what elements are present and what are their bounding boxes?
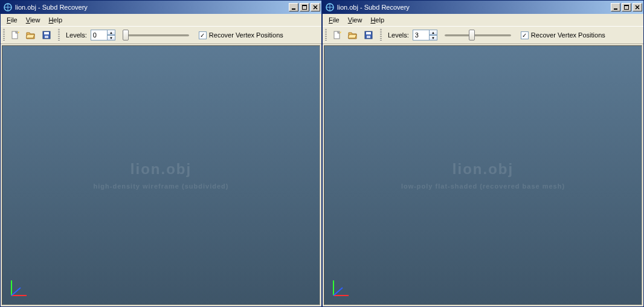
axis-gizmo-icon — [330, 274, 355, 299]
recover-checkbox[interactable]: ✓ Recover Vertex Positions — [199, 31, 283, 39]
menu-help[interactable]: Help — [45, 15, 66, 25]
levels-input[interactable] — [91, 30, 108, 40]
window-title: lion.obj - Subd Recovery — [337, 4, 611, 11]
svg-rect-5 — [302, 5, 307, 6]
menu-bar: File View Help — [1, 14, 321, 26]
svg-rect-23 — [366, 32, 371, 34]
close-button[interactable] — [311, 3, 320, 11]
svg-line-27 — [333, 288, 343, 296]
svg-rect-3 — [292, 8, 295, 10]
toolbar: Levels: ▲ ▼ ✓ Recover Vertex Positions — [323, 26, 643, 44]
save-file-button[interactable] — [40, 28, 53, 42]
menu-help[interactable]: Help — [367, 15, 388, 25]
model-placeholder: lion.obj high-density wireframe (subdivi… — [2, 46, 320, 305]
svg-rect-10 — [45, 36, 48, 38]
minimize-button[interactable] — [289, 3, 298, 11]
toolbar-grip — [380, 29, 382, 41]
title-bar: lion.obj - Subd Recovery — [1, 1, 321, 14]
app-icon — [325, 2, 335, 12]
levels-up-button[interactable]: ▲ — [107, 30, 115, 35]
window-title: lion.obj - Subd Recovery — [15, 4, 289, 11]
levels-down-button[interactable]: ▼ — [107, 35, 115, 40]
svg-rect-9 — [44, 32, 49, 34]
save-file-button[interactable] — [362, 28, 375, 42]
app-window-right: lion.obj - Subd Recovery File View Help — [322, 0, 644, 307]
menu-file[interactable]: File — [3, 15, 21, 25]
app-window-left: lion.obj - Subd Recovery File View Help — [0, 0, 322, 307]
levels-spinner[interactable]: ▲ ▼ — [91, 30, 115, 40]
model-placeholder: lion.obj low-poly flat-shaded (recovered… — [324, 46, 642, 305]
checkbox-mark-icon: ✓ — [521, 31, 529, 39]
svg-rect-24 — [367, 36, 370, 38]
viewport-3d[interactable]: lion.obj high-density wireframe (subdivi… — [2, 45, 320, 305]
recover-checkbox[interactable]: ✓ Recover Vertex Positions — [521, 31, 605, 39]
menu-file[interactable]: File — [325, 15, 343, 25]
close-button[interactable] — [633, 3, 642, 11]
levels-up-button[interactable]: ▲ — [429, 30, 437, 35]
levels-spinner[interactable]: ▲ ▼ — [413, 30, 437, 40]
new-file-button[interactable] — [8, 28, 22, 42]
slider-thumb[interactable] — [123, 30, 129, 40]
recover-label: Recover Vertex Positions — [531, 31, 605, 39]
new-file-button[interactable] — [330, 28, 344, 42]
title-bar: lion.obj - Subd Recovery — [323, 1, 643, 14]
open-file-button[interactable] — [24, 28, 37, 42]
checkbox-mark-icon: ✓ — [199, 31, 207, 39]
levels-label: Levels: — [385, 31, 410, 39]
svg-line-13 — [11, 288, 21, 296]
open-file-button[interactable] — [346, 28, 359, 42]
levels-input[interactable] — [413, 30, 430, 40]
window-controls — [289, 3, 320, 11]
viewport-3d[interactable]: lion.obj low-poly flat-shaded (recovered… — [324, 45, 642, 305]
svg-rect-19 — [624, 5, 629, 6]
toolbar-grip — [325, 29, 327, 41]
levels-down-button[interactable]: ▼ — [429, 35, 437, 40]
toolbar-grip — [3, 29, 5, 41]
levels-slider[interactable] — [123, 29, 189, 41]
axis-gizmo-icon — [8, 274, 33, 299]
maximize-button[interactable] — [622, 3, 631, 11]
menu-bar: File View Help — [323, 14, 643, 26]
window-controls — [611, 3, 642, 11]
svg-rect-17 — [614, 8, 617, 10]
menu-view[interactable]: View — [22, 15, 44, 25]
maximize-button[interactable] — [300, 3, 309, 11]
levels-label: Levels: — [63, 31, 88, 39]
app-icon — [3, 2, 13, 12]
slider-thumb[interactable] — [469, 30, 475, 40]
levels-slider[interactable] — [445, 29, 511, 41]
minimize-button[interactable] — [611, 3, 620, 11]
recover-label: Recover Vertex Positions — [209, 31, 283, 39]
toolbar-grip — [58, 29, 60, 41]
menu-view[interactable]: View — [344, 15, 366, 25]
toolbar: Levels: ▲ ▼ ✓ Recover Vertex Positions — [1, 26, 321, 44]
